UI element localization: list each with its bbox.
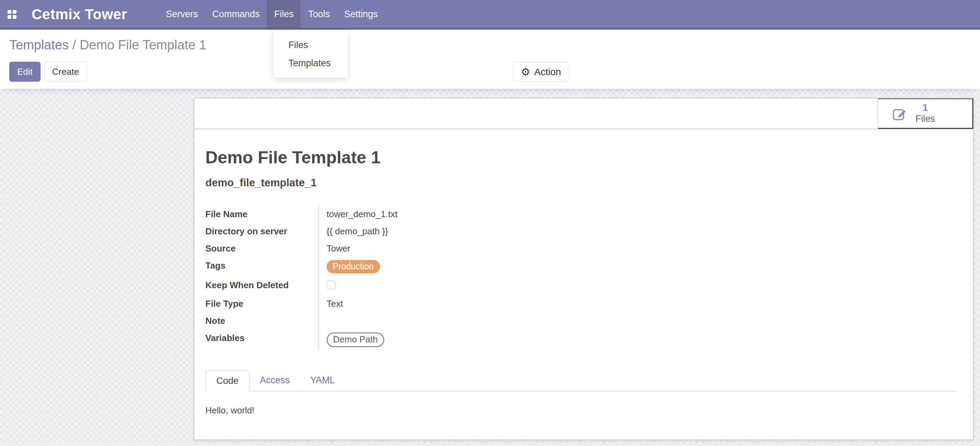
breadcrumb-separator: / xyxy=(72,38,80,52)
record-title: Demo File Template 1 xyxy=(205,147,957,168)
action-menu-button[interactable]: ⚙ Action xyxy=(513,62,569,82)
files-stat-text: 1 Files xyxy=(915,103,935,125)
field-value-tags: Production xyxy=(319,257,463,276)
gear-icon: ⚙ xyxy=(521,67,530,77)
menu-item-servers[interactable]: Servers xyxy=(159,0,205,29)
edit-square-icon xyxy=(891,105,908,122)
record-reference: demo_file_template_1 xyxy=(205,177,957,189)
field-row-tags: Tags Production xyxy=(205,257,463,276)
files-count-label: Files xyxy=(915,114,935,125)
form-view-background: 1 Files Demo File Template 1 demo_file_t… xyxy=(0,89,980,445)
breadcrumb-link-templates[interactable]: Templates xyxy=(9,38,69,52)
files-stat-button[interactable]: 1 Files xyxy=(878,98,973,129)
field-label-keep-when-deleted: Keep When Deleted xyxy=(205,276,319,295)
dropdown-item-files[interactable]: Files xyxy=(273,36,347,54)
field-label-tags: Tags xyxy=(205,257,319,276)
tag-badge-production[interactable]: Production xyxy=(326,260,380,273)
menu-item-commands[interactable]: Commands xyxy=(205,0,267,29)
field-label-variables: Variables xyxy=(205,329,319,350)
field-row-source: Source Tower xyxy=(205,240,463,257)
code-tab-content: Hello, world! xyxy=(205,392,957,430)
field-label-file-type: File Type xyxy=(205,295,319,312)
breadcrumb: Templates / Demo File Template 1 xyxy=(9,37,980,54)
tab-code[interactable]: Code xyxy=(205,370,250,392)
field-value-file-type: Text xyxy=(319,295,463,312)
main-menu: Servers Commands Files Tools Settings xyxy=(159,0,385,29)
apps-grid-glyph xyxy=(8,10,16,19)
field-value-keep-when-deleted xyxy=(319,276,463,295)
field-row-variables: Variables Demo Path xyxy=(205,329,463,350)
field-row-keep-when-deleted: Keep When Deleted xyxy=(205,276,463,295)
field-value-directory: {{ demo_path }} xyxy=(319,223,463,240)
files-count: 1 xyxy=(915,103,935,114)
field-row-note: Note xyxy=(205,312,463,329)
field-value-source: Tower xyxy=(319,240,463,257)
sheet-body: Demo File Template 1 demo_file_template_… xyxy=(194,129,973,430)
action-menu-label: Action xyxy=(534,67,561,78)
breadcrumb-current: Demo File Template 1 xyxy=(80,38,206,52)
control-panel: Templates / Demo File Template 1 Edit Cr… xyxy=(0,30,980,89)
app-brand-title: Cetmix Tower xyxy=(32,0,127,29)
field-row-file-name: File Name tower_demo_1.txt xyxy=(205,205,463,223)
menu-item-files[interactable]: Files xyxy=(267,0,301,29)
fields-table: File Name tower_demo_1.txt Directory on … xyxy=(205,205,463,350)
field-label-directory: Directory on server xyxy=(205,223,319,240)
apps-grid-icon[interactable] xyxy=(0,0,24,29)
field-value-file-name: tower_demo_1.txt xyxy=(319,205,463,223)
stat-bar: 1 Files xyxy=(194,98,973,129)
dropdown-item-templates[interactable]: Templates xyxy=(273,54,347,72)
tab-yaml[interactable]: YAML xyxy=(300,370,345,391)
files-dropdown-menu: Files Templates xyxy=(273,30,348,78)
field-label-source: Source xyxy=(205,240,319,257)
form-sheet: 1 Files Demo File Template 1 demo_file_t… xyxy=(194,98,974,440)
top-navbar: Cetmix Tower Servers Commands Files Tool… xyxy=(0,0,980,30)
create-button[interactable]: Create xyxy=(44,62,87,82)
keep-when-deleted-checkbox[interactable] xyxy=(326,280,336,290)
variable-pill-demo-path[interactable]: Demo Path xyxy=(326,332,384,347)
action-button-row: Edit Create xyxy=(9,62,980,82)
field-row-directory: Directory on server {{ demo_path }} xyxy=(205,223,463,240)
field-value-variables: Demo Path xyxy=(319,329,463,350)
field-row-file-type: File Type Text xyxy=(205,295,463,312)
field-value-note xyxy=(319,312,463,329)
menu-item-tools[interactable]: Tools xyxy=(301,0,337,29)
tab-access[interactable]: Access xyxy=(250,370,300,391)
menu-item-settings[interactable]: Settings xyxy=(337,0,385,29)
notebook-tabs: Code Access YAML xyxy=(205,370,957,392)
field-label-file-name: File Name xyxy=(205,205,319,223)
edit-button[interactable]: Edit xyxy=(9,62,41,82)
field-label-note: Note xyxy=(205,312,319,329)
